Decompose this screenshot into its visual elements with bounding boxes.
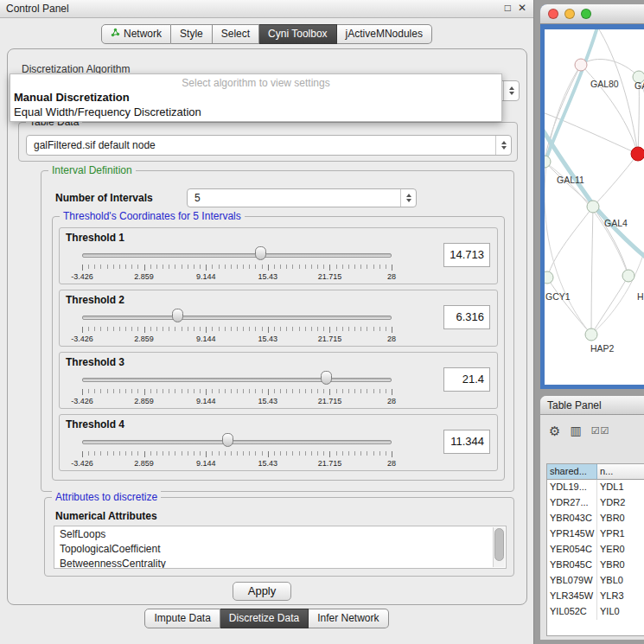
tick-mark (82, 327, 83, 333)
tick-label: 28 (387, 272, 396, 281)
network-node[interactable] (575, 59, 587, 71)
table-row[interactable]: YLR345WYLR3 (547, 589, 644, 604)
zoom-traffic-light[interactable] (581, 9, 591, 19)
threshold-label: Threshold 2 (66, 294, 124, 306)
slider-track (82, 316, 392, 320)
attributes-group: Attributes to discretize Numerical Attri… (44, 497, 514, 577)
tick-mark (392, 327, 392, 333)
slider-track (82, 378, 392, 382)
table-row[interactable]: YDR27...YDR2 (547, 495, 644, 511)
network-edge[interactable] (545, 29, 598, 161)
number-of-intervals-combobox[interactable]: 5 (187, 188, 417, 207)
algorithm-dropdown: Select algorithm to view settings Manual… (10, 73, 502, 122)
attributes-scrollbar-thumb[interactable] (494, 528, 504, 561)
dropdown-item-manual-discretization[interactable]: Manual Discretization (10, 90, 501, 105)
network-node[interactable] (587, 201, 599, 213)
select-attributes-icon[interactable]: ☑☑ (591, 426, 610, 436)
float-panel-icon[interactable]: □ (505, 2, 511, 14)
dropdown-items: Manual DiscretizationEqual Width/Frequen… (10, 90, 501, 119)
tick-label: 15.43 (258, 272, 278, 281)
network-edge[interactable] (593, 154, 638, 207)
close-panel-icon[interactable]: ✕ (518, 2, 526, 14)
table-row[interactable]: YER054CYER0 (547, 542, 644, 558)
threshold-value-field[interactable]: 14.713 (443, 243, 490, 267)
tick-label: 28 (387, 459, 396, 468)
network-edge[interactable] (545, 112, 638, 154)
network-node[interactable] (622, 270, 634, 282)
table-row[interactable]: YBR045CYBR0 (547, 558, 644, 573)
table-row[interactable]: YBL079WYBL0 (547, 573, 644, 589)
table-cell: YBR045C (547, 558, 597, 573)
tab-style[interactable]: Style (171, 24, 213, 44)
tab-impute-data[interactable]: Impute Data (144, 609, 220, 628)
numerical-attributes-list[interactable]: SelfLoopsTopologicalCoefficientBetweenne… (54, 526, 507, 569)
network-edge[interactable] (593, 207, 628, 276)
minimize-traffic-light[interactable] (564, 9, 575, 19)
numerical-attributes-label: Numerical Attributes (55, 510, 157, 522)
slider-handle[interactable] (172, 309, 183, 322)
dropdown-item-equal-width-frequency-discretization[interactable]: Equal Width/Frequency Discretization (10, 105, 501, 119)
threshold-label: Threshold 1 (66, 232, 124, 244)
network-edge[interactable] (545, 124, 594, 206)
threshold-value-field[interactable]: 21.4 (443, 367, 490, 392)
table-row[interactable]: YPR145WYPR1 (547, 526, 644, 542)
tick-mark (268, 327, 269, 333)
network-node[interactable] (631, 147, 644, 161)
threshold-slider[interactable]: -3.4262.8599.14415.4321.71528 (82, 308, 392, 344)
control-panel-titlebar[interactable]: Control Panel □ ✕ (0, 0, 533, 18)
table-row[interactable]: YBR043CYBR0 (547, 511, 644, 526)
attribute-list-item[interactable]: BetweennessCentrality (54, 556, 506, 569)
attribute-list-item[interactable]: TopologicalCoefficient (54, 541, 506, 556)
network-node[interactable] (585, 328, 597, 341)
tick-mark (329, 451, 330, 457)
tab-jactivemnodules[interactable]: jActiveMNodules (337, 24, 432, 44)
slider-handle[interactable] (255, 246, 266, 260)
threshold-slider[interactable]: -3.4262.8599.14415.4321.71528 (82, 432, 392, 469)
threshold-value-field[interactable]: 6.316 (443, 305, 490, 329)
column-header-shared[interactable]: shared... (547, 464, 597, 480)
attributes-scrollbar[interactable] (493, 527, 505, 567)
network-edge[interactable] (596, 29, 638, 154)
tick-labels: -3.4262.8599.14415.4321.71528 (82, 272, 392, 282)
close-traffic-light[interactable] (548, 9, 558, 19)
tab-label: Infer Network (317, 612, 379, 624)
network-edge[interactable] (591, 207, 593, 335)
tab-select[interactable]: Select (213, 24, 259, 44)
tab-cyni-toolbox[interactable]: Cyni Toolbox (259, 24, 336, 44)
threshold-value-field[interactable]: 11.344 (443, 430, 490, 454)
threshold-slider[interactable]: -3.4262.8599.14415.4321.71528 (82, 370, 392, 406)
attribute-list-item[interactable]: SelfLoops (54, 526, 506, 541)
gear-icon[interactable]: ⚙ (549, 424, 560, 437)
network-edge[interactable] (591, 276, 628, 335)
table-row[interactable]: YDL19...YDL1 (547, 480, 644, 495)
tab-infer-network[interactable]: Infer Network (309, 609, 388, 628)
network-window-titlebar[interactable] (540, 4, 644, 24)
table-panel-titlebar[interactable]: Table Panel (540, 396, 644, 415)
tab-discretize-data[interactable]: Discretize Data (220, 609, 309, 628)
columns-icon[interactable]: ▥ (570, 424, 581, 437)
network-canvas[interactable]: GAL80GAGAL11GAL4GCY1HHAP2 (545, 29, 644, 385)
tick-label: 9.144 (196, 335, 216, 343)
slider-handle[interactable] (222, 433, 233, 447)
threshold-slider[interactable]: -3.4262.8599.14415.4321.71528 (82, 245, 392, 282)
table-cell: YDL19... (547, 480, 597, 495)
tick-mark (144, 265, 145, 271)
slider-handle[interactable] (321, 371, 332, 385)
table-row[interactable]: YIL052CYIL0 (547, 604, 644, 620)
tick-label: -3.426 (71, 397, 93, 405)
network-edge[interactable] (547, 207, 593, 277)
column-header-n[interactable]: n... (597, 464, 644, 480)
tick-label: 28 (387, 335, 396, 343)
table-data-combobox[interactable]: galFiltered.sif default node (26, 135, 512, 156)
tab-network[interactable]: Network (101, 24, 171, 44)
apply-button[interactable]: Apply (233, 582, 291, 601)
tick-mark (82, 265, 83, 271)
top-tab-bar: NetworkStyleSelectCyni ToolboxjActiveMNo… (0, 24, 533, 44)
network-node[interactable] (545, 271, 553, 284)
table-panel-title: Table Panel (547, 399, 602, 411)
tick-mark (329, 265, 330, 271)
table-panel-window: Table Panel ⚙▥☑☑ shared...n... YDL19...Y… (540, 396, 644, 640)
thresholds-container: Threshold 1-3.4262.8599.14415.4321.71528… (53, 217, 504, 471)
tick-label: 9.144 (196, 272, 216, 281)
number-of-intervals-value: 5 (194, 192, 201, 204)
